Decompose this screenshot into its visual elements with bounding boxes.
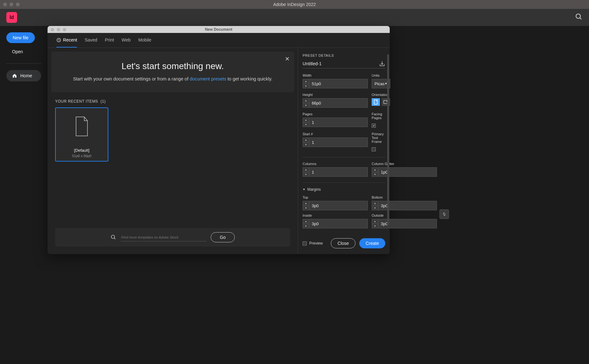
link-margins-button[interactable]	[439, 209, 449, 219]
chevron-up-icon[interactable]: ▲	[303, 219, 309, 224]
go-button[interactable]: Go	[211, 232, 235, 242]
tab-web[interactable]: Web	[122, 33, 131, 48]
height-label: Height	[303, 93, 368, 97]
minimize-window-icon[interactable]	[10, 3, 13, 6]
stock-search-input[interactable]	[121, 233, 206, 241]
preview-label: Preview	[309, 241, 323, 246]
traffic-lights	[3, 3, 20, 6]
dialog-traffic-lights	[51, 28, 66, 31]
dialog-body: ✕ Let's start something new. Start with …	[48, 48, 390, 254]
svg-line-1	[580, 18, 581, 19]
svg-point-3	[111, 235, 115, 239]
width-input[interactable]: ▲▼	[303, 79, 368, 88]
chevron-down-icon[interactable]: ▼	[372, 224, 378, 228]
chevron-down-icon[interactable]: ▼	[372, 172, 378, 177]
columns-input[interactable]: ▲▼	[303, 167, 368, 177]
width-field[interactable]	[309, 79, 368, 88]
inside-input[interactable]: ▲▼	[303, 219, 368, 228]
primary-text-checkbox[interactable]	[372, 147, 376, 151]
start-input[interactable]: ▲▼	[303, 137, 368, 147]
margins-label: Margins	[307, 187, 321, 192]
preset-dims: 51p0 x 66p0	[59, 154, 105, 158]
chevron-up-icon[interactable]: ▲	[303, 118, 309, 123]
chevron-up-icon[interactable]: ▲	[372, 201, 378, 206]
dialog-close-icon[interactable]	[51, 28, 54, 31]
dialog-left: ✕ Let's start something new. Start with …	[48, 48, 298, 254]
create-button[interactable]: Create	[359, 238, 385, 248]
gutter-field[interactable]	[378, 167, 437, 177]
chevron-up-icon[interactable]: ▲	[303, 168, 309, 172]
download-preset-icon[interactable]	[379, 61, 385, 67]
search-icon[interactable]	[575, 13, 583, 22]
dialog-title: New Document	[205, 27, 233, 32]
preset-name-row	[303, 61, 385, 68]
outside-input[interactable]: ▲▼	[372, 219, 437, 228]
chevron-down-icon[interactable]: ▼	[303, 103, 309, 108]
columns-field[interactable]	[309, 167, 368, 177]
preset-name-input[interactable]	[303, 61, 379, 66]
pages-field[interactable]	[309, 118, 368, 127]
chevron-down-icon[interactable]: ▼	[303, 224, 309, 228]
chevron-up-icon[interactable]: ▲	[303, 99, 309, 103]
scrollbar[interactable]	[387, 54, 389, 225]
dialog-footer: Preview Close Create	[303, 234, 385, 248]
svg-point-0	[576, 14, 580, 18]
chevron-up-icon[interactable]: ▲	[303, 79, 309, 84]
pages-input[interactable]: ▲▼	[303, 118, 368, 127]
facing-pages-checkbox[interactable]	[372, 124, 376, 128]
recent-count: (1)	[100, 99, 106, 104]
clock-icon	[56, 38, 61, 42]
tab-saved[interactable]: Saved	[85, 33, 97, 48]
units-value: Picas	[375, 81, 385, 86]
tab-mobile[interactable]: Mobile	[138, 33, 151, 48]
chevron-down-icon[interactable]: ▼	[303, 172, 309, 177]
close-icon[interactable]: ✕	[285, 55, 290, 62]
inside-field[interactable]	[309, 219, 368, 228]
top-field[interactable]	[309, 201, 368, 210]
maximize-window-icon[interactable]	[16, 3, 20, 6]
svg-line-4	[114, 238, 115, 239]
sidebar-item-home[interactable]: Home	[6, 70, 41, 81]
outside-label: Outside	[372, 214, 437, 217]
height-field[interactable]	[309, 98, 368, 108]
chevron-down-icon[interactable]: ▼	[303, 143, 309, 147]
chevron-down-icon[interactable]: ▼	[303, 206, 309, 210]
chevron-down-icon[interactable]: ▼	[303, 123, 309, 127]
start-field[interactable]	[309, 137, 368, 147]
tab-label: Recent	[63, 37, 77, 42]
preset-card-default[interactable]: [Default] 51p0 x 66p0	[55, 107, 108, 162]
outside-field[interactable]	[378, 219, 437, 228]
gutter-input[interactable]: ▲▼	[372, 167, 437, 177]
orientation-portrait[interactable]	[372, 98, 380, 106]
height-input[interactable]: ▲▼	[303, 98, 368, 108]
chevron-up-icon[interactable]: ▲	[303, 138, 309, 143]
chevron-down-icon[interactable]: ▼	[372, 206, 378, 210]
tab-print[interactable]: Print	[105, 33, 114, 48]
main-area: New file Open Home New Document Re	[0, 26, 589, 364]
dialog-titlebar: New Document	[48, 26, 390, 33]
close-window-icon[interactable]	[3, 3, 7, 6]
dialog-maximize-icon[interactable]	[63, 28, 66, 31]
top-input[interactable]: ▲▼	[303, 201, 368, 210]
chevron-up-icon[interactable]: ▲	[303, 201, 309, 206]
dialog-minimize-icon[interactable]	[57, 28, 60, 31]
divider	[6, 63, 41, 64]
tab-recent[interactable]: Recent	[56, 33, 77, 48]
close-button[interactable]: Close	[331, 238, 355, 248]
chevron-up-icon[interactable]: ▲	[372, 219, 378, 224]
bottom-field[interactable]	[378, 201, 437, 210]
primary-text-label: Primary Text Frame	[372, 132, 385, 144]
document-presets-link[interactable]: document presets	[190, 76, 226, 81]
search-icon	[111, 234, 116, 240]
bottom-input[interactable]: ▲▼	[372, 201, 437, 210]
welcome-text-after: to get working quickly.	[226, 76, 272, 81]
chevron-down-icon[interactable]: ▼	[303, 84, 309, 88]
chevron-up-icon[interactable]: ▲	[372, 168, 378, 172]
facing-pages-label: Facing Pages	[372, 112, 385, 120]
new-file-button[interactable]: New file	[6, 32, 35, 43]
open-button[interactable]: Open	[6, 46, 41, 57]
start-label: Start #	[303, 132, 368, 136]
margins-header[interactable]: ▼ Margins	[303, 187, 385, 192]
preview-checkbox[interactable]	[303, 241, 307, 246]
preview-toggle[interactable]: Preview	[303, 241, 323, 246]
